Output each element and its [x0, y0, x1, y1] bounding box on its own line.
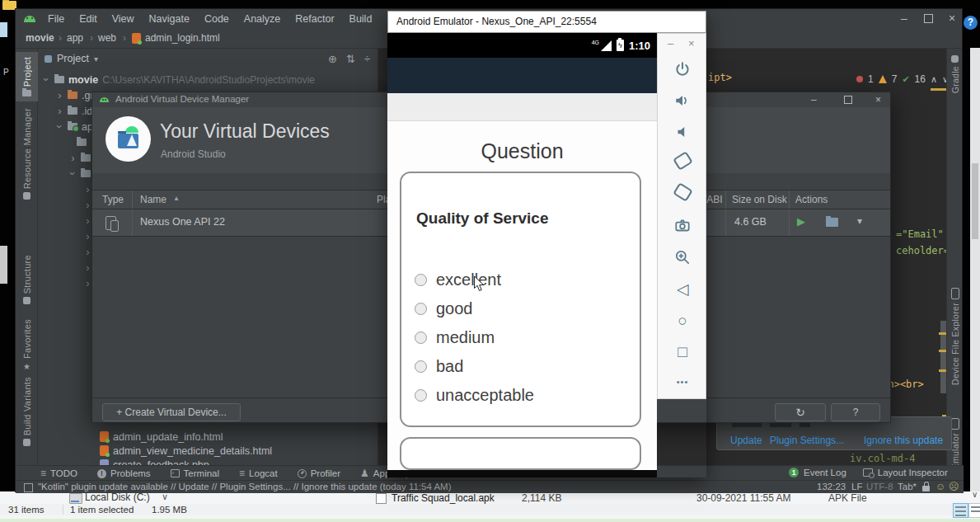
chevron-collapsed-icon[interactable]: › — [69, 152, 77, 164]
tree-row[interactable]: › — [84, 213, 91, 228]
file-checkbox[interactable] — [376, 493, 387, 504]
chevron-expanded-icon[interactable]: › — [67, 170, 79, 177]
create-virtual-device-button[interactable]: + Create Virtual Device... — [102, 403, 241, 421]
sidebar-item-favorites[interactable]: Favorites ★ — [16, 319, 38, 371]
chevron-collapsed-icon[interactable]: › — [84, 261, 91, 274]
tab-logcat[interactable]: ≡Logcat — [239, 468, 278, 479]
ide-maximize-icon[interactable] — [924, 14, 933, 23]
scroll-down-icon[interactable]: ∨ — [972, 490, 978, 499]
tab-profiler[interactable]: Profiler — [298, 468, 340, 479]
menu-edit[interactable]: Edit — [72, 9, 105, 29]
overview-icon[interactable]: □ — [658, 344, 707, 360]
indent-style[interactable]: Tab* — [898, 482, 917, 491]
sidebar-item-build-variants[interactable]: Build Variants — [16, 377, 38, 446]
ignore-update-link[interactable]: Ignore this update — [864, 435, 943, 446]
tab-terminal[interactable]: ›Terminal — [171, 468, 219, 479]
expand-all-icon[interactable]: ⇅ — [346, 53, 355, 65]
tree-row[interactable]: › — [84, 260, 91, 275]
device-folder-icon[interactable] — [826, 218, 838, 227]
radio-button[interactable] — [415, 303, 427, 315]
menu-build[interactable]: Build — [342, 9, 380, 29]
breadcrumb-file[interactable]: admin_login.html — [145, 32, 220, 44]
menu-analyze[interactable]: Analyze — [237, 9, 288, 29]
tree-row-movie[interactable]: › movie C:\Users\KAVITHA\AndroidStudioPr… — [43, 72, 315, 87]
caret-position[interactable]: 132:23 — [817, 482, 846, 491]
screenshot-camera-icon[interactable] — [658, 217, 707, 238]
happy-face-icon[interactable]: ☺ — [935, 481, 945, 492]
rotate-right-icon[interactable] — [658, 186, 707, 202]
lock-icon[interactable] — [922, 486, 930, 491]
more-options-icon[interactable]: ••• — [658, 377, 707, 387]
menu-refactor[interactable]: Refactor — [288, 9, 341, 29]
ide-close-icon[interactable]: × — [949, 12, 955, 24]
code-fragment[interactable]: ="Email" / — [896, 228, 946, 240]
column-actions[interactable]: Actions — [795, 194, 828, 205]
explorer-right-scrollbar-thumb[interactable] — [972, 163, 978, 239]
chevron-collapsed-icon[interactable]: › — [84, 277, 91, 289]
device-actions-dropdown-icon[interactable]: ▾ — [857, 215, 862, 227]
tree-row[interactable] — [77, 134, 87, 150]
volume-up-icon[interactable] — [658, 92, 707, 113]
file-encoding[interactable]: UTF-8 — [866, 482, 893, 491]
plugin-settings-link[interactable]: Plugin Settings... — [770, 435, 844, 446]
zoom-icon[interactable] — [658, 248, 707, 270]
radio-button[interactable] — [415, 360, 427, 373]
chevron-collapsed-icon[interactable]: › — [84, 230, 91, 242]
code-fragment[interactable]: ipt> — [708, 72, 732, 83]
rotate-left-icon[interactable] — [658, 154, 707, 171]
chevron-collapsed-icon[interactable]: › — [84, 246, 91, 258]
tree-row[interactable]: › — [69, 150, 91, 166]
option-medium[interactable]: medium — [415, 323, 495, 352]
chevron-collapsed-icon[interactable]: › — [56, 105, 63, 117]
tree-row-create-feedback[interactable]: create_feedback.php — [100, 457, 209, 465]
emulator-close-icon[interactable]: × — [688, 37, 695, 49]
menu-code[interactable]: Code — [197, 9, 237, 29]
chevron-collapsed-icon[interactable]: › — [56, 89, 63, 101]
line-separator[interactable]: LF — [851, 482, 862, 491]
sidebar-item-gradle[interactable]: Gradle — [947, 55, 963, 93]
option-bad[interactable]: bad — [415, 352, 463, 381]
drive-label[interactable]: Local Disk (C:) — [85, 491, 150, 503]
breadcrumb-app[interactable]: app — [67, 32, 83, 44]
explorer-left-scrollbar[interactable] — [0, 246, 7, 284]
locate-file-icon[interactable]: ⊕ — [328, 53, 337, 65]
dialog-close-icon[interactable]: × — [875, 94, 881, 106]
chevron-down-icon[interactable]: ▾ — [94, 54, 98, 63]
tree-row[interactable]: › — [84, 197, 91, 213]
update-link[interactable]: Update — [730, 435, 762, 446]
explorer-right-scrollbar-track[interactable] — [970, 48, 980, 520]
emulator-screen[interactable]: 4G ϟ 1:10 Question Quality of Service ex… — [387, 33, 657, 477]
tree-row[interactable]: › — [84, 181, 91, 197]
radio-button[interactable] — [415, 274, 427, 286]
tab-problems[interactable]: !Problems — [97, 468, 151, 479]
chevron-collapsed-icon[interactable]: › — [84, 199, 91, 211]
tool-window-toggle-icon[interactable] — [24, 483, 33, 492]
volume-down-icon[interactable] — [658, 123, 707, 144]
list-view-button[interactable] — [953, 503, 968, 518]
ide-minimize-icon[interactable]: – — [901, 12, 907, 24]
column-size-on-disk[interactable]: Size on Disk — [732, 194, 787, 205]
code-fragment[interactable]: ceholder=" — [896, 245, 946, 256]
sidebar-item-device-file-explorer[interactable]: Device File Explorer — [947, 288, 963, 385]
launch-device-icon[interactable]: ▶ — [797, 215, 805, 228]
sidebar-item-structure[interactable]: Structure — [16, 255, 38, 304]
collapse-all-icon[interactable]: ÷ — [364, 53, 370, 65]
chevron-expanded-icon[interactable]: › — [54, 123, 66, 130]
radio-button[interactable] — [415, 332, 427, 344]
option-good[interactable]: good — [415, 294, 473, 323]
tree-row[interactable]: › — [69, 166, 91, 181]
sidebar-item-resource-manager[interactable]: Resource Manager — [16, 108, 38, 200]
radio-button[interactable] — [415, 389, 427, 402]
tree-row[interactable]: › — [84, 244, 91, 260]
menu-file[interactable]: File — [40, 9, 72, 29]
menu-navigate[interactable]: Navigate — [142, 9, 197, 29]
dialog-minimize-icon[interactable]: – — [811, 94, 817, 106]
chevron-collapsed-icon[interactable]: › — [84, 214, 91, 227]
file-name[interactable]: Traffic Squad_local.apk — [392, 492, 495, 504]
back-icon[interactable]: ◁ — [658, 281, 707, 297]
option-excellent[interactable]: excellent — [415, 266, 501, 294]
home-icon[interactable]: ○ — [658, 313, 707, 328]
refresh-button[interactable]: ↻ — [775, 403, 826, 421]
sad-face-icon[interactable]: ☹ — [949, 481, 959, 492]
chevron-expanded-icon[interactable]: › — [40, 76, 53, 83]
